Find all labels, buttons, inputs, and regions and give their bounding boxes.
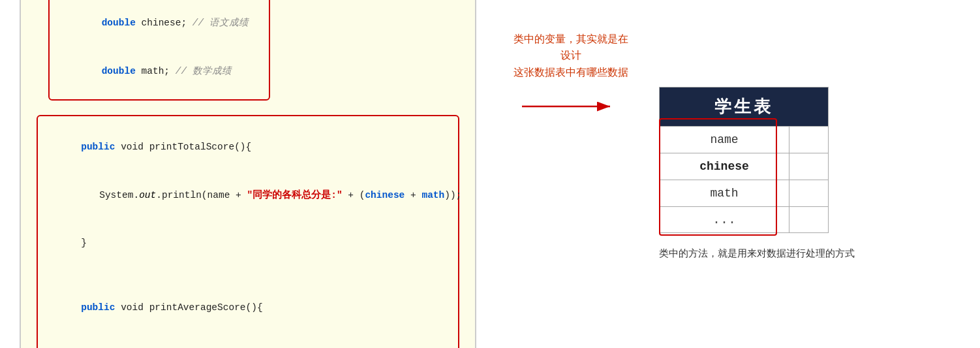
- method1-close: }: [47, 219, 449, 268]
- method2-body: System.out.println(name + "同学的各科平均分是:" +…: [47, 332, 449, 348]
- arrow-svg: [515, 87, 620, 126]
- table-row: chinese: [660, 153, 829, 180]
- table-header-row: 学生表: [660, 87, 829, 127]
- right-panel: 学生表 name chinese math ... 类中的方法，就是用来对数据进…: [659, 87, 855, 261]
- field-math-cell: math: [660, 180, 789, 207]
- field-dots-cell: ...: [660, 207, 789, 233]
- methods-annotation: 类中的方法，就是用来对数据进行处理的方式: [659, 246, 855, 261]
- code-panel: public class Student { String name;// 姓名…: [20, 0, 476, 348]
- annotation-area: 类中的变量，其实就是在设计这张数据表中有哪些数据: [502, 18, 633, 331]
- table-wrapper: 学生表 name chinese math ...: [659, 87, 829, 233]
- value-name-cell: [789, 127, 829, 153]
- field-math-line: double math; // 数学成绩: [56, 47, 262, 95]
- value-dots-cell: [789, 207, 829, 233]
- method1-box: public void printTotalScore(){ System.ou…: [37, 115, 459, 348]
- table-row: ...: [660, 207, 829, 233]
- fields-annotation: 类中的变量，其实就是在设计这张数据表中有哪些数据: [509, 31, 633, 81]
- value-math-cell: [789, 180, 829, 207]
- field-chinese-cell: chinese: [660, 153, 789, 180]
- table-row: math: [660, 180, 829, 207]
- table-row: name: [660, 127, 829, 153]
- method1-body: System.out.println(name + "同学的各科总分是:" + …: [47, 171, 449, 219]
- field-chinese-line: double chinese; // 语文成绩: [56, 0, 262, 47]
- table-title: 学生表: [660, 87, 829, 127]
- value-chinese-cell: [789, 153, 829, 180]
- student-table: 学生表 name chinese math ...: [659, 87, 829, 233]
- field-name-cell: name: [660, 127, 789, 153]
- method2-signature: public void printAverageScore(){: [47, 283, 449, 332]
- fields-box: String name;// 姓名 double chinese; // 语文成…: [48, 0, 270, 101]
- method1-signature: public void printTotalScore(){: [47, 123, 449, 171]
